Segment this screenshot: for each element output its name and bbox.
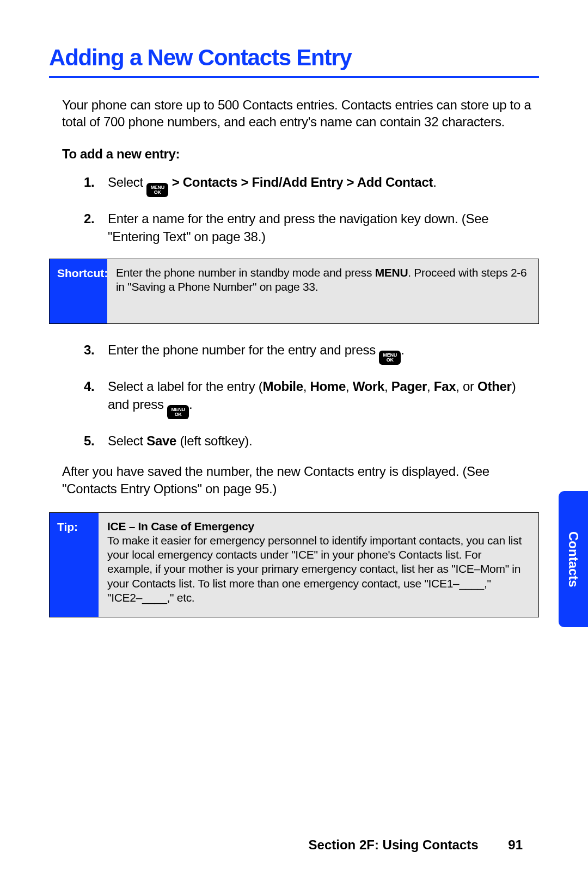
label-home: Home [310,379,345,394]
callout-label: Tip: [50,513,99,617]
label-fax: Fax [434,379,456,394]
step-number: 4. [84,378,94,395]
after-paragraph: After you have saved the number, the new… [49,463,539,498]
procedure-heading: To add a new entry: [49,146,539,162]
step-text: Select [108,433,146,448]
page-title: Adding a New Contacts Entry [49,45,539,71]
step-text: Enter the phone number for the entry and… [108,342,379,357]
menu-ok-icon: MENUOK [146,183,168,197]
step-text: Select a label for the entry ( [108,379,263,394]
shortcut-text-pre: Enter the phone number in standby mode a… [116,266,375,279]
side-tab-label: Contacts [566,531,581,587]
step-2: 2. Enter a name for the entry and press … [84,210,539,246]
menu-word: MENU [375,266,408,279]
step-4: 4. Select a label for the entry (Mobile,… [84,378,539,419]
step-number: 1. [84,174,94,191]
callout-label: Shortcut: [50,259,107,323]
tip-body-text: To make it easier for emergency personne… [107,534,522,604]
step-number: 5. [84,432,94,450]
period: . [433,175,436,189]
shortcut-callout: Shortcut: Enter the phone number in stan… [49,259,539,324]
footer-page-number: 91 [508,837,523,853]
tip-title: ICE – In Case of Emergency [107,520,254,532]
page-footer: Section 2F: Using Contacts 91 [0,837,588,853]
step-text: Select [108,175,146,189]
step-3: 3. Enter the phone number for the entry … [84,341,539,365]
intro-paragraph: Your phone can store up to 500 Contacts … [49,96,539,130]
menu-ok-icon: MENUOK [167,405,189,419]
menu-ok-icon: MENUOK [379,351,401,365]
label-mobile: Mobile [263,379,303,394]
period: . [189,397,192,412]
tip-callout: Tip: ICE – In Case of Emergency To make … [49,512,539,618]
section-side-tab: Contacts [559,491,588,627]
nav-path: > Contacts > Find/Add Entry > Add Contac… [168,175,433,189]
period: . [401,342,404,357]
step-1: 1. Select MENUOK > Contacts > Find/Add E… [84,174,539,197]
footer-section: Section 2F: Using Contacts [309,837,479,852]
label-work: Work [353,379,384,394]
step-text: Enter a name for the entry and press the… [108,211,488,243]
callout-body: ICE – In Case of Emergency To make it ea… [99,513,538,617]
label-other: Other [477,379,512,394]
step-number: 3. [84,341,94,359]
step-5: 5. Select Save (left softkey). [84,432,539,450]
label-pager: Pager [391,379,427,394]
save-word: Save [146,433,176,448]
step-number: 2. [84,210,94,228]
callout-body: Enter the phone number in standby mode a… [107,259,538,323]
step-text-post: (left softkey). [176,433,252,448]
title-rule [49,76,539,78]
